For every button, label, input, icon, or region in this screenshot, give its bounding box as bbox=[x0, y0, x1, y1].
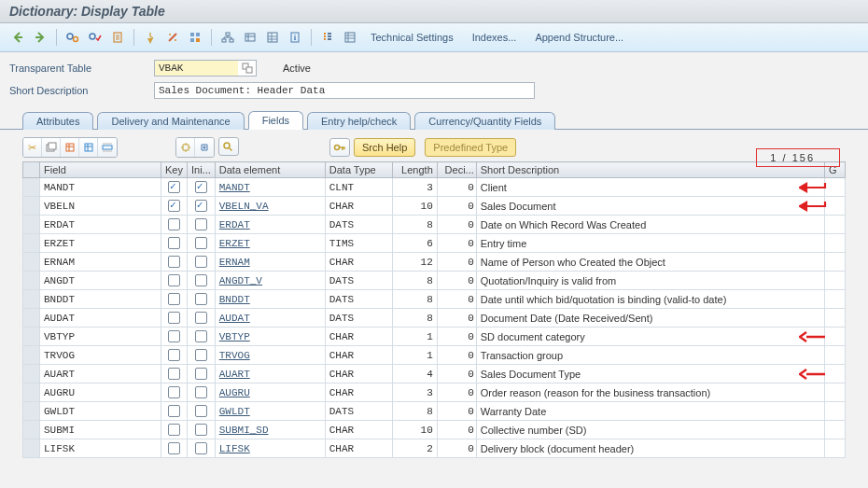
key-checkbox[interactable] bbox=[161, 272, 188, 290]
field-name-cell[interactable]: AUGRU bbox=[40, 383, 161, 402]
field-name-cell[interactable]: BNDDT bbox=[40, 290, 161, 309]
tab-delivery-and-maintenance[interactable]: Delivery and Maintenance bbox=[97, 112, 244, 130]
field-name-cell[interactable]: ERDAT bbox=[40, 216, 161, 234]
collapse-icon[interactable] bbox=[195, 138, 214, 157]
expand-icon[interactable] bbox=[176, 138, 195, 157]
initial-checkbox[interactable] bbox=[187, 328, 215, 346]
data-element-cell[interactable]: GWLDT bbox=[215, 402, 325, 421]
field-name-cell[interactable]: SUBMI bbox=[40, 421, 161, 439]
field-name-cell[interactable]: ERZET bbox=[40, 234, 161, 253]
row-selector[interactable] bbox=[23, 328, 40, 346]
key-checkbox[interactable] bbox=[161, 197, 188, 216]
tab-currency-quantity-fields[interactable]: Currency/Quantity Fields bbox=[414, 112, 555, 130]
row-selector[interactable] bbox=[23, 290, 40, 309]
initial-checkbox[interactable] bbox=[187, 234, 215, 253]
row-selector[interactable] bbox=[23, 178, 40, 197]
initial-checkbox[interactable] bbox=[187, 402, 215, 421]
column-header[interactable]: Deci... bbox=[437, 162, 476, 178]
key-checkbox[interactable] bbox=[161, 216, 188, 234]
row-selector[interactable] bbox=[23, 346, 40, 365]
data-element-cell[interactable]: ERZET bbox=[215, 234, 325, 253]
field-name-cell[interactable]: GWLDT bbox=[40, 402, 161, 421]
field-name-cell[interactable]: ANGDT bbox=[40, 272, 161, 290]
data-element-cell[interactable]: AUART bbox=[215, 365, 325, 383]
field-name-cell[interactable]: VBTYP bbox=[40, 328, 161, 346]
key-checkbox[interactable] bbox=[161, 383, 188, 402]
copy-row-icon[interactable] bbox=[42, 138, 61, 157]
graphic-icon[interactable] bbox=[262, 27, 283, 48]
info-icon[interactable]: i bbox=[285, 27, 305, 48]
initial-checkbox[interactable] bbox=[187, 346, 215, 365]
tab-fields[interactable]: Fields bbox=[248, 111, 303, 130]
data-element-cell[interactable]: ANGDT_V bbox=[215, 272, 325, 290]
field-name-cell[interactable]: VBELN bbox=[40, 197, 161, 216]
initial-checkbox[interactable] bbox=[187, 365, 215, 383]
key-checkbox[interactable] bbox=[161, 253, 188, 272]
column-header[interactable]: Length bbox=[392, 162, 437, 178]
initial-checkbox[interactable] bbox=[187, 421, 215, 439]
field-name-cell[interactable]: MANDT bbox=[40, 178, 161, 197]
display-icon[interactable] bbox=[63, 27, 83, 48]
field-name-cell[interactable]: TRVOG bbox=[40, 346, 161, 365]
wand-icon[interactable] bbox=[162, 27, 183, 48]
data-element-cell[interactable]: TRVOG bbox=[215, 346, 325, 365]
row-selector[interactable] bbox=[23, 253, 40, 272]
cut-icon[interactable]: ✂ bbox=[23, 138, 42, 157]
find-icon[interactable] bbox=[218, 137, 239, 156]
insert-row-icon[interactable] bbox=[98, 138, 117, 157]
table-name-field[interactable]: VBAK bbox=[154, 60, 238, 77]
tab-entry-help-check[interactable]: Entry help/check bbox=[307, 112, 411, 130]
row-selector[interactable] bbox=[23, 383, 40, 402]
row-selector[interactable] bbox=[23, 234, 40, 253]
append-structure-button[interactable]: Append Structure... bbox=[526, 27, 632, 48]
key-icon[interactable] bbox=[329, 138, 350, 157]
key-checkbox[interactable] bbox=[161, 346, 188, 365]
paste-icon[interactable] bbox=[79, 138, 98, 157]
hierarchy-icon[interactable] bbox=[217, 27, 238, 48]
initial-checkbox[interactable] bbox=[187, 383, 215, 402]
f4-help-icon[interactable] bbox=[238, 60, 257, 77]
activate-icon[interactable] bbox=[107, 27, 128, 48]
predefined-type-button[interactable]: Predefined Type bbox=[425, 138, 516, 157]
data-element-cell[interactable]: ERNAM bbox=[215, 253, 325, 272]
list1-icon[interactable] bbox=[317, 27, 338, 48]
column-header[interactable]: Data Type bbox=[325, 162, 392, 178]
key-checkbox[interactable] bbox=[161, 439, 188, 458]
row-selector[interactable] bbox=[23, 309, 40, 328]
key-checkbox[interactable] bbox=[161, 290, 188, 309]
data-element-cell[interactable]: BNDDT bbox=[215, 290, 325, 309]
row-selector[interactable] bbox=[23, 402, 40, 421]
search-help-button[interactable]: Srch Help bbox=[354, 138, 415, 157]
data-element-cell[interactable]: VBTYP bbox=[215, 328, 325, 346]
field-name-cell[interactable]: LIFSK bbox=[40, 439, 161, 458]
row-selector[interactable] bbox=[23, 216, 40, 234]
row-selector[interactable] bbox=[23, 421, 40, 439]
initial-checkbox[interactable] bbox=[187, 272, 215, 290]
key-checkbox[interactable] bbox=[161, 234, 188, 253]
data-element-cell[interactable]: AUDAT bbox=[215, 309, 325, 328]
contents-icon[interactable] bbox=[240, 27, 260, 48]
row-selector[interactable] bbox=[23, 439, 40, 458]
field-name-cell[interactable]: AUART bbox=[40, 365, 161, 383]
indexes-button[interactable]: Indexes... bbox=[464, 27, 525, 48]
field-name-cell[interactable]: ERNAM bbox=[40, 253, 161, 272]
data-element-cell[interactable]: ERDAT bbox=[215, 216, 325, 234]
data-element-cell[interactable]: LIFSK bbox=[215, 439, 325, 458]
initial-checkbox[interactable] bbox=[187, 197, 215, 216]
column-header[interactable]: Field bbox=[40, 162, 161, 178]
key-checkbox[interactable] bbox=[161, 402, 188, 421]
key-checkbox[interactable] bbox=[161, 178, 188, 197]
row-selector[interactable] bbox=[23, 272, 40, 290]
data-element-cell[interactable]: VBELN_VA bbox=[215, 197, 325, 216]
tab-attributes[interactable]: Attributes bbox=[22, 112, 93, 130]
initial-checkbox[interactable] bbox=[187, 253, 215, 272]
key-checkbox[interactable] bbox=[161, 328, 188, 346]
key-checkbox[interactable] bbox=[161, 421, 188, 439]
key-checkbox[interactable] bbox=[161, 365, 188, 383]
initial-checkbox[interactable] bbox=[187, 309, 215, 328]
column-header[interactable]: Ini... bbox=[187, 162, 215, 178]
select-all-column[interactable] bbox=[23, 162, 40, 178]
column-header[interactable]: Data element bbox=[215, 162, 325, 178]
row-selector[interactable] bbox=[23, 197, 40, 216]
technical-settings-button[interactable]: Technical Settings bbox=[362, 27, 462, 48]
